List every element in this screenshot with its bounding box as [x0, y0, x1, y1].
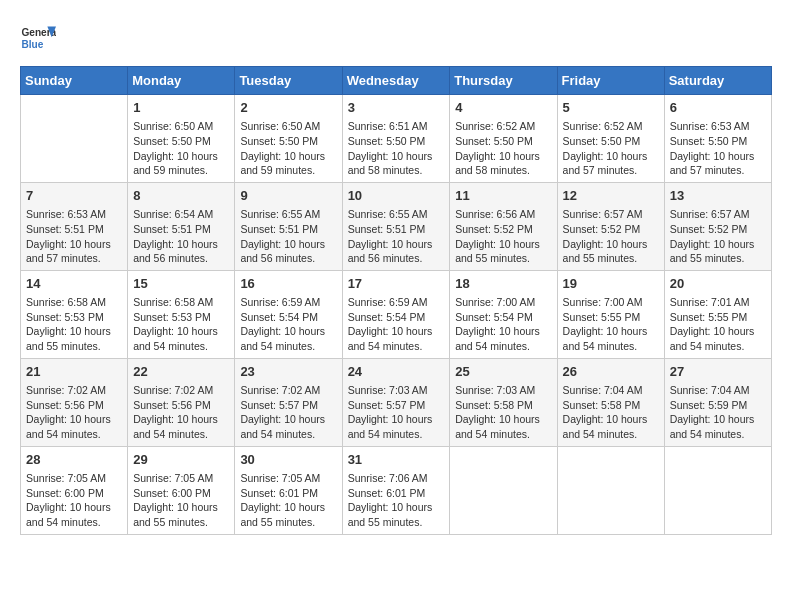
day-number: 12	[563, 187, 659, 205]
day-info: Sunrise: 7:03 AMSunset: 5:57 PMDaylight:…	[348, 383, 445, 442]
day-number: 14	[26, 275, 122, 293]
calendar-cell: 16Sunrise: 6:59 AMSunset: 5:54 PMDayligh…	[235, 270, 342, 358]
calendar-cell: 8Sunrise: 6:54 AMSunset: 5:51 PMDaylight…	[128, 182, 235, 270]
calendar-cell: 26Sunrise: 7:04 AMSunset: 5:58 PMDayligh…	[557, 358, 664, 446]
day-info: Sunrise: 7:05 AMSunset: 6:00 PMDaylight:…	[133, 471, 229, 530]
day-number: 5	[563, 99, 659, 117]
calendar-week-row: 14Sunrise: 6:58 AMSunset: 5:53 PMDayligh…	[21, 270, 772, 358]
calendar-header-row: SundayMondayTuesdayWednesdayThursdayFrid…	[21, 67, 772, 95]
calendar-cell: 5Sunrise: 6:52 AMSunset: 5:50 PMDaylight…	[557, 95, 664, 183]
day-header-friday: Friday	[557, 67, 664, 95]
day-info: Sunrise: 6:52 AMSunset: 5:50 PMDaylight:…	[563, 119, 659, 178]
day-header-thursday: Thursday	[450, 67, 557, 95]
day-number: 22	[133, 363, 229, 381]
calendar-cell: 2Sunrise: 6:50 AMSunset: 5:50 PMDaylight…	[235, 95, 342, 183]
logo-icon: GeneralBlue	[20, 20, 56, 56]
day-number: 15	[133, 275, 229, 293]
day-info: Sunrise: 6:57 AMSunset: 5:52 PMDaylight:…	[563, 207, 659, 266]
calendar-cell: 13Sunrise: 6:57 AMSunset: 5:52 PMDayligh…	[664, 182, 771, 270]
day-number: 29	[133, 451, 229, 469]
day-info: Sunrise: 7:06 AMSunset: 6:01 PMDaylight:…	[348, 471, 445, 530]
day-number: 26	[563, 363, 659, 381]
day-number: 11	[455, 187, 551, 205]
calendar-cell: 29Sunrise: 7:05 AMSunset: 6:00 PMDayligh…	[128, 446, 235, 534]
calendar-cell: 3Sunrise: 6:51 AMSunset: 5:50 PMDaylight…	[342, 95, 450, 183]
day-info: Sunrise: 7:05 AMSunset: 6:00 PMDaylight:…	[26, 471, 122, 530]
calendar-cell: 9Sunrise: 6:55 AMSunset: 5:51 PMDaylight…	[235, 182, 342, 270]
calendar-cell: 20Sunrise: 7:01 AMSunset: 5:55 PMDayligh…	[664, 270, 771, 358]
day-info: Sunrise: 6:59 AMSunset: 5:54 PMDaylight:…	[240, 295, 336, 354]
day-info: Sunrise: 7:00 AMSunset: 5:55 PMDaylight:…	[563, 295, 659, 354]
day-number: 23	[240, 363, 336, 381]
day-number: 3	[348, 99, 445, 117]
day-number: 27	[670, 363, 766, 381]
calendar-cell: 12Sunrise: 6:57 AMSunset: 5:52 PMDayligh…	[557, 182, 664, 270]
day-number: 4	[455, 99, 551, 117]
day-info: Sunrise: 6:58 AMSunset: 5:53 PMDaylight:…	[133, 295, 229, 354]
day-info: Sunrise: 6:53 AMSunset: 5:50 PMDaylight:…	[670, 119, 766, 178]
calendar-cell: 22Sunrise: 7:02 AMSunset: 5:56 PMDayligh…	[128, 358, 235, 446]
day-info: Sunrise: 6:55 AMSunset: 5:51 PMDaylight:…	[348, 207, 445, 266]
calendar-cell: 31Sunrise: 7:06 AMSunset: 6:01 PMDayligh…	[342, 446, 450, 534]
day-info: Sunrise: 6:56 AMSunset: 5:52 PMDaylight:…	[455, 207, 551, 266]
calendar-cell: 24Sunrise: 7:03 AMSunset: 5:57 PMDayligh…	[342, 358, 450, 446]
calendar-cell: 27Sunrise: 7:04 AMSunset: 5:59 PMDayligh…	[664, 358, 771, 446]
calendar-table: SundayMondayTuesdayWednesdayThursdayFrid…	[20, 66, 772, 535]
day-number: 20	[670, 275, 766, 293]
day-info: Sunrise: 7:02 AMSunset: 5:56 PMDaylight:…	[26, 383, 122, 442]
calendar-week-row: 21Sunrise: 7:02 AMSunset: 5:56 PMDayligh…	[21, 358, 772, 446]
calendar-cell: 6Sunrise: 6:53 AMSunset: 5:50 PMDaylight…	[664, 95, 771, 183]
page-header: GeneralBlue	[20, 20, 772, 56]
calendar-cell	[664, 446, 771, 534]
svg-text:Blue: Blue	[21, 39, 43, 50]
day-header-sunday: Sunday	[21, 67, 128, 95]
day-number: 10	[348, 187, 445, 205]
calendar-cell: 17Sunrise: 6:59 AMSunset: 5:54 PMDayligh…	[342, 270, 450, 358]
calendar-cell	[557, 446, 664, 534]
day-number: 17	[348, 275, 445, 293]
day-info: Sunrise: 6:55 AMSunset: 5:51 PMDaylight:…	[240, 207, 336, 266]
calendar-cell: 18Sunrise: 7:00 AMSunset: 5:54 PMDayligh…	[450, 270, 557, 358]
calendar-cell: 19Sunrise: 7:00 AMSunset: 5:55 PMDayligh…	[557, 270, 664, 358]
calendar-week-row: 1Sunrise: 6:50 AMSunset: 5:50 PMDaylight…	[21, 95, 772, 183]
day-header-saturday: Saturday	[664, 67, 771, 95]
day-number: 1	[133, 99, 229, 117]
day-number: 30	[240, 451, 336, 469]
day-info: Sunrise: 6:52 AMSunset: 5:50 PMDaylight:…	[455, 119, 551, 178]
calendar-cell	[21, 95, 128, 183]
day-number: 8	[133, 187, 229, 205]
day-header-wednesday: Wednesday	[342, 67, 450, 95]
calendar-cell: 4Sunrise: 6:52 AMSunset: 5:50 PMDaylight…	[450, 95, 557, 183]
day-info: Sunrise: 6:59 AMSunset: 5:54 PMDaylight:…	[348, 295, 445, 354]
calendar-cell: 14Sunrise: 6:58 AMSunset: 5:53 PMDayligh…	[21, 270, 128, 358]
calendar-cell: 11Sunrise: 6:56 AMSunset: 5:52 PMDayligh…	[450, 182, 557, 270]
day-info: Sunrise: 7:02 AMSunset: 5:57 PMDaylight:…	[240, 383, 336, 442]
calendar-cell: 25Sunrise: 7:03 AMSunset: 5:58 PMDayligh…	[450, 358, 557, 446]
day-info: Sunrise: 6:50 AMSunset: 5:50 PMDaylight:…	[240, 119, 336, 178]
calendar-cell: 7Sunrise: 6:53 AMSunset: 5:51 PMDaylight…	[21, 182, 128, 270]
day-number: 6	[670, 99, 766, 117]
day-info: Sunrise: 6:54 AMSunset: 5:51 PMDaylight:…	[133, 207, 229, 266]
day-info: Sunrise: 7:02 AMSunset: 5:56 PMDaylight:…	[133, 383, 229, 442]
day-info: Sunrise: 7:04 AMSunset: 5:58 PMDaylight:…	[563, 383, 659, 442]
calendar-cell: 1Sunrise: 6:50 AMSunset: 5:50 PMDaylight…	[128, 95, 235, 183]
calendar-week-row: 28Sunrise: 7:05 AMSunset: 6:00 PMDayligh…	[21, 446, 772, 534]
day-number: 25	[455, 363, 551, 381]
calendar-cell: 15Sunrise: 6:58 AMSunset: 5:53 PMDayligh…	[128, 270, 235, 358]
day-number: 7	[26, 187, 122, 205]
day-header-monday: Monday	[128, 67, 235, 95]
day-info: Sunrise: 7:01 AMSunset: 5:55 PMDaylight:…	[670, 295, 766, 354]
day-info: Sunrise: 6:51 AMSunset: 5:50 PMDaylight:…	[348, 119, 445, 178]
day-header-tuesday: Tuesday	[235, 67, 342, 95]
day-info: Sunrise: 6:50 AMSunset: 5:50 PMDaylight:…	[133, 119, 229, 178]
day-number: 2	[240, 99, 336, 117]
calendar-cell	[450, 446, 557, 534]
day-number: 28	[26, 451, 122, 469]
day-number: 18	[455, 275, 551, 293]
day-number: 24	[348, 363, 445, 381]
calendar-cell: 21Sunrise: 7:02 AMSunset: 5:56 PMDayligh…	[21, 358, 128, 446]
calendar-cell: 10Sunrise: 6:55 AMSunset: 5:51 PMDayligh…	[342, 182, 450, 270]
day-info: Sunrise: 7:00 AMSunset: 5:54 PMDaylight:…	[455, 295, 551, 354]
calendar-cell: 30Sunrise: 7:05 AMSunset: 6:01 PMDayligh…	[235, 446, 342, 534]
calendar-cell: 23Sunrise: 7:02 AMSunset: 5:57 PMDayligh…	[235, 358, 342, 446]
